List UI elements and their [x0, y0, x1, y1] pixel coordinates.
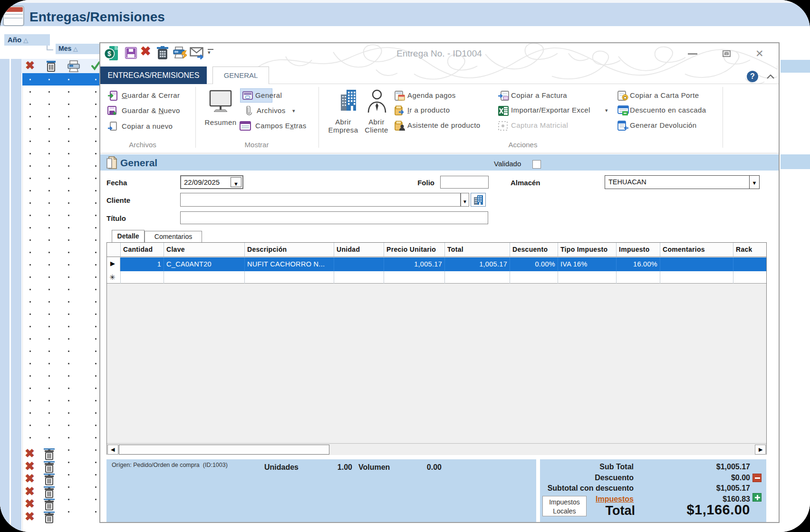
svg-text:$: $	[107, 50, 111, 57]
